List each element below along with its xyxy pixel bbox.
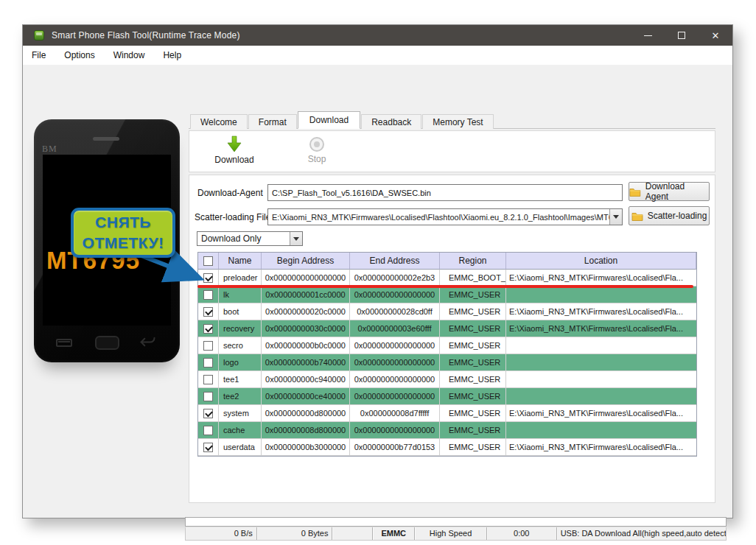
tab-welcome[interactable]: Welcome [190,114,248,129]
download-agent-input[interactable] [267,184,623,201]
table-row-tee2[interactable]: tee20x000000000ce400000x0000000000000000… [198,388,696,405]
phone-speaker [93,137,119,141]
checkbox-unchecked[interactable] [203,426,213,435]
phone-menu-button-icon [56,339,72,347]
table-row-lk[interactable]: lk0x0000000001cc00000x0000000000000000EM… [198,286,696,303]
cell-region: EMMC_USER [440,388,506,405]
cell-end-address: 0x0000000000000000 [350,388,440,405]
scatter-loading-combobox[interactable]: E:\Xiaomi_RN3_MTK\Firmwares\Localised\Fl… [267,208,623,225]
table-row-boot[interactable]: boot0x00000000020c00000x00000000028cd0ff… [198,303,696,320]
cell-region: EMMC_USER [440,439,506,456]
tab-readback[interactable]: Readback [361,114,421,129]
checkbox-unchecked[interactable] [203,392,213,401]
column-header-name[interactable]: Name [219,253,262,270]
row-checkbox-system[interactable] [198,405,219,422]
column-header-end-address[interactable]: End Address [350,253,440,270]
cell-end-address: 0x0000000000000000 [350,337,440,354]
table-row-logo[interactable]: logo0x000000000b7400000x0000000000000000… [198,354,696,371]
checkbox-checked[interactable] [203,409,213,418]
cell-region: EMMC_USER [440,303,506,320]
cell-end-address: 0x0000000000000000 [350,371,440,388]
menu-item-file[interactable]: File [32,47,54,63]
cell-name: boot [219,303,262,320]
row-checkbox-boot[interactable] [198,303,219,320]
cell-name: lk [219,286,262,303]
app-icon [34,30,44,41]
table-row-preloader[interactable]: preloader0x00000000000000000x00000000000… [198,270,696,286]
table-row-secro[interactable]: secro0x000000000b0c00000x000000000000000… [198,337,696,354]
download-agent-button-label: Download Agent [645,181,709,202]
cell-name: secro [219,337,262,354]
maximize-button[interactable] [665,25,699,46]
stop-button[interactable]: Stop [293,134,341,168]
cell-location [506,286,696,303]
cell-begin-address: 0x000000000ce40000 [262,388,350,405]
cell-location: E:\Xiaomi_RN3_MTK\Firmwares\Localised\Fl… [506,405,696,422]
row-checkbox-logo[interactable] [198,354,219,371]
download-mode-combobox[interactable]: Download Only [197,231,303,246]
checkbox-checked[interactable] [203,324,213,334]
table-row-tee1[interactable]: tee10x000000000c9400000x0000000000000000… [198,371,696,388]
row-checkbox-tee2[interactable] [198,388,219,405]
scatter-loading-button[interactable]: Scatter-loading [629,206,710,225]
annotation-callout: СНЯТЬ ОТМЕТКУ! [71,208,175,258]
row-checkbox-tee1[interactable] [198,371,219,388]
download-button[interactable]: Download [210,134,259,168]
column-header-location[interactable]: Location [506,253,696,270]
checkbox-unchecked[interactable] [203,290,213,300]
callout-text-line2: ОТМЕТКУ! [74,233,172,253]
column-header-region[interactable]: Region [440,253,506,270]
minimize-icon [644,35,652,36]
download-agent-label: Download-Agent [197,188,263,198]
status-cell-bytes: 0 Bytes [257,527,333,540]
client-area: BM MT6795 СНЯТЬ ОТМЕТКУ! Wel [23,65,732,518]
row-checkbox-secro[interactable] [198,337,219,354]
row-checkbox-recovery[interactable] [198,320,219,337]
checkbox-checked[interactable] [203,443,213,452]
download-arrow-icon [226,136,242,152]
close-button[interactable]: ✕ [699,25,732,46]
checkbox-checked[interactable] [203,307,213,317]
minimize-button[interactable] [631,25,665,46]
table-row-recovery[interactable]: recovery0x00000000030c00000x0000000003e6… [198,320,696,337]
checkbox-unchecked[interactable] [203,341,213,351]
stop-icon [309,137,324,152]
tab-memory-test[interactable]: Memory Test [422,114,493,129]
row-checkbox-userdata[interactable] [198,439,219,456]
scatter-loading-button-label: Scatter-loading [648,211,707,221]
cell-begin-address: 0x0000000001cc0000 [262,286,350,303]
checkbox-unchecked[interactable] [203,358,213,368]
scatter-combo-arrow-icon[interactable] [609,209,622,225]
row-checkbox-lk[interactable] [198,286,219,303]
phone-home-button-icon [95,336,119,350]
cell-name: recovery [219,320,262,337]
menu-item-window[interactable]: Window [113,47,153,63]
row-checkbox-cache[interactable] [198,422,219,439]
tab-format[interactable]: Format [248,114,297,129]
maximize-icon [678,32,685,39]
column-header-begin-address[interactable]: Begin Address [262,253,350,270]
checkbox-unchecked[interactable] [203,375,213,384]
status-bar: 0 B/s0 BytesEMMCHigh Speed0:00USB: DA Do… [185,527,727,541]
app-window: Smart Phone Flash Tool(Runtime Trace Mod… [22,24,733,518]
tab-download[interactable]: Download [298,111,360,129]
tab-bar: WelcomeFormatDownloadReadbackMemory Test [189,111,715,129]
callout-text-line1: СНЯТЬ [74,212,172,233]
table-row-cache[interactable]: cache0x000000008d8000000x000000000000000… [198,422,696,439]
cell-begin-address: 0x00000000030c0000 [262,320,350,337]
cell-end-address: 0x000000000002e2b3 [350,270,440,286]
folder-icon [629,187,641,197]
cell-location [506,337,696,354]
menu-item-help[interactable]: Help [163,47,189,63]
download-mode-value: Download Only [197,233,290,244]
mode-combo-arrow-icon[interactable] [290,232,302,245]
table-body: preloader0x00000000000000000x00000000000… [198,270,696,456]
menu-item-options[interactable]: Options [64,47,102,63]
cell-begin-address: 0x00000000020c0000 [262,303,350,320]
table-row-userdata[interactable]: userdata0x00000000b30000000x00000000b77d… [198,439,696,456]
status-cell-storage-type: EMMC [373,527,415,540]
cell-end-address: 0x0000000003e60fff [350,320,440,337]
table-row-system[interactable]: system0x000000000d8000000x000000008d7fff… [198,405,696,422]
download-agent-button[interactable]: Download Agent [629,182,710,201]
tabs-container: WelcomeFormatDownloadReadbackMemory Test [190,111,494,129]
